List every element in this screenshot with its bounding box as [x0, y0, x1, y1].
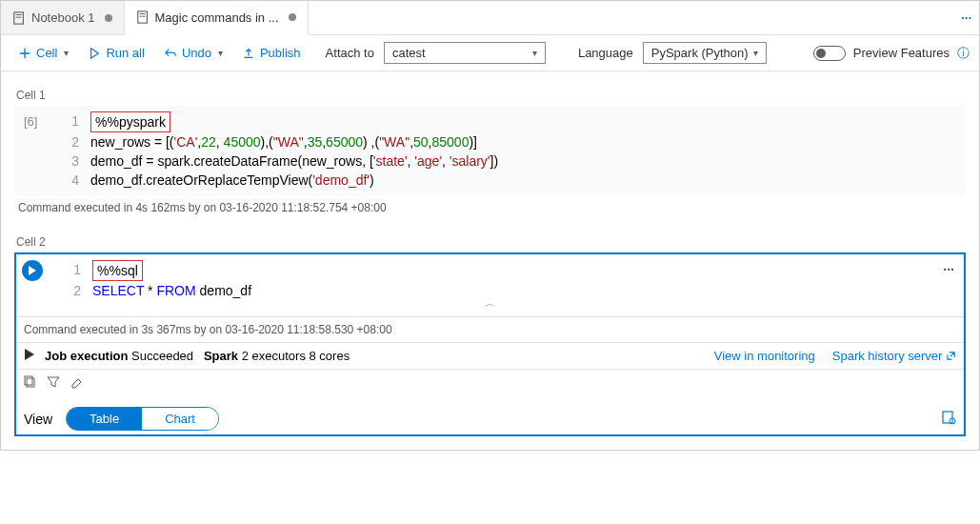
code-line: new_rows = [('CA',22, 45000),("WA",35,65…	[90, 132, 956, 151]
line-number: 3	[62, 151, 90, 171]
toolbar: Cell ▾ Run all Undo ▾ Publish Attach to …	[1, 35, 979, 71]
cell-menu-button[interactable]: ···	[943, 262, 954, 277]
code-cell-1[interactable]: [6] 1 %%pyspark 2 new_rows = [('CA',22, …	[14, 106, 966, 195]
svg-rect-3	[137, 11, 147, 23]
upload-icon	[242, 47, 255, 60]
info-icon[interactable]: ⓘ	[957, 45, 970, 62]
tab-magic-commands[interactable]: Magic commands in ...	[125, 1, 309, 35]
cell-label: Cell 1	[16, 89, 966, 102]
notebook-content: Cell 1 [6] 1 %%pyspark 2 new_rows = [('C…	[1, 71, 979, 450]
line-number: 2	[64, 281, 92, 300]
svg-rect-6	[27, 378, 34, 387]
chevron-down-icon: ▾	[532, 48, 537, 58]
view-label: View	[24, 412, 52, 427]
view-chart-button[interactable]: Chart	[142, 408, 218, 430]
attach-to-label: Attach to	[326, 46, 374, 60]
preview-features-toggle[interactable]	[813, 46, 846, 61]
add-cell-button[interactable]: Cell ▾	[10, 42, 76, 64]
magic-command-highlight: %%sql	[92, 260, 143, 281]
tab-label: Magic commands in ...	[155, 10, 279, 25]
language-select[interactable]: PySpark (Python) ▾	[643, 42, 767, 64]
spark-history-server-link[interactable]: Spark history server	[832, 349, 956, 363]
plus-icon	[18, 47, 31, 60]
magic-command-highlight: %%pyspark	[90, 111, 170, 132]
attach-to-select[interactable]: catest ▾	[384, 42, 546, 64]
code-line: SELECT * FROM demo_df	[92, 281, 954, 300]
svg-rect-7	[25, 376, 32, 385]
line-number: 1	[62, 111, 90, 132]
line-number: 1	[64, 260, 92, 281]
line-number: 2	[62, 132, 90, 151]
chevron-down-icon: ▾	[218, 48, 223, 58]
undo-icon	[164, 47, 177, 60]
filter-icon[interactable]	[47, 375, 60, 392]
execution-count: [6]	[24, 111, 62, 132]
notebook-icon	[136, 10, 150, 24]
export-icon[interactable]	[941, 410, 956, 428]
cell-status: Command executed in 4s 162ms by on 03-16…	[14, 195, 966, 220]
tab-bar: Notebook 1 Magic commands in ... ···	[1, 1, 979, 35]
preview-features-label: Preview Features	[853, 46, 950, 60]
view-toggle: Table Chart	[66, 407, 219, 431]
run-cell-button[interactable]	[22, 260, 43, 281]
tab-notebook-1[interactable]: Notebook 1	[1, 1, 125, 34]
job-execution-row: Job execution Succeeded Spark 2 executor…	[16, 342, 964, 369]
chevron-down-icon: ▾	[64, 48, 69, 58]
svg-rect-0	[14, 11, 24, 23]
code-line: demo_df.createOrReplaceTempView('demo_df…	[90, 171, 956, 190]
play-icon	[88, 47, 101, 60]
play-icon	[24, 349, 35, 363]
publish-button[interactable]: Publish	[234, 42, 309, 64]
run-all-button[interactable]: Run all	[80, 42, 151, 64]
tab-label: Notebook 1	[31, 10, 95, 25]
dirty-dot-icon	[105, 14, 112, 22]
cell-status: Command executed in 3s 367ms by on 03-16…	[16, 316, 964, 342]
output-view-row: View Table Chart	[16, 397, 964, 434]
code-cell-2[interactable]: ··· 1 %%sql 2 SELECT * FROM demo_df ︿ Co…	[14, 252, 966, 436]
view-table-button[interactable]: Table	[67, 408, 142, 430]
view-in-monitoring-link[interactable]: View in monitoring	[714, 349, 815, 363]
cell-label: Cell 2	[16, 235, 966, 249]
undo-button[interactable]: Undo ▾	[156, 42, 230, 64]
external-link-icon	[946, 350, 956, 360]
output-toolbar	[16, 369, 964, 397]
svg-rect-8	[943, 412, 952, 423]
chevron-down-icon: ▾	[753, 48, 758, 58]
dirty-dot-icon	[289, 13, 296, 21]
line-number: 4	[62, 171, 90, 190]
code-line: demo_df = spark.createDataFrame(new_rows…	[90, 151, 956, 171]
copy-icon[interactable]	[24, 375, 37, 392]
language-label: Language	[578, 46, 633, 60]
eraser-icon[interactable]	[70, 375, 83, 392]
notebook-icon	[12, 11, 26, 25]
tab-overflow-button[interactable]: ···	[953, 10, 979, 25]
